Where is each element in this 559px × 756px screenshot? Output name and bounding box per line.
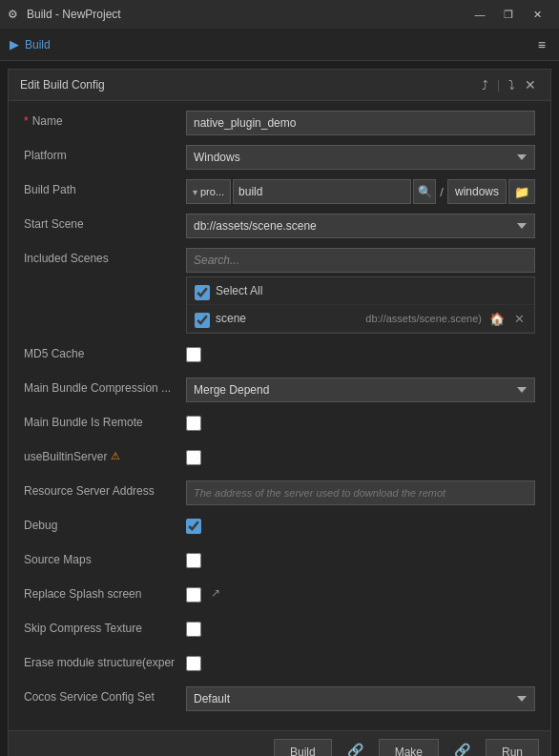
dialog-header-buttons: ⤴ | ⤵ [479, 78, 518, 92]
scene-path: db://assets/scene.scene) [365, 313, 482, 324]
make-link-icon[interactable]: 🔗 [448, 739, 476, 756]
scene-locate-button[interactable]: 🏠 [487, 312, 507, 326]
use-builtin-server-row: useBuiltinServer ⚠ [24, 446, 535, 471]
included-scenes-label: Included Scenes [24, 248, 186, 265]
cocos-service-control: Default [186, 686, 535, 711]
cocos-service-select[interactable]: Default [186, 686, 535, 711]
included-scenes-row: Included Scenes Select All scene db://as… [24, 248, 535, 334]
use-builtin-server-label: useBuiltinServer ⚠ [24, 446, 186, 463]
cocos-service-label: Cocos Service Config Set [24, 686, 186, 704]
main-bundle-compression-row: Main Bundle Compression ... Merge Depend… [24, 378, 535, 402]
dialog-export-button[interactable]: ⤵ [506, 78, 518, 92]
dialog-footer: Build 🔗 Make 🔗 Run [9, 730, 550, 756]
name-row: * Name [24, 111, 535, 135]
main-bundle-remote-row: Main Bundle Is Remote [24, 412, 535, 437]
erase-module-row: Erase module structure(exper [24, 652, 535, 677]
use-builtin-server-control [186, 446, 535, 468]
cocos-service-row: Cocos Service Config Set Default [24, 686, 535, 711]
md5-cache-checkbox[interactable] [186, 347, 201, 362]
resource-server-input[interactable] [186, 480, 535, 505]
dialog-header-sep: | [497, 78, 500, 92]
path-windows-segment: windows [447, 179, 507, 204]
run-button[interactable]: Run [486, 739, 539, 756]
main-bundle-remote-checkbox[interactable] [186, 416, 201, 431]
start-scene-label: Start Scene [24, 214, 186, 231]
replace-splash-label: Replace Splash screen [24, 583, 186, 601]
platform-control: Windows Android iOS Web Desktop Web Mobi… [186, 145, 535, 170]
path-prefix-segment[interactable]: ▾ pro... [186, 179, 231, 204]
select-all-item[interactable]: Select All [187, 277, 534, 305]
main-bundle-compression-label: Main Bundle Compression ... [24, 378, 186, 395]
debug-checkbox[interactable] [186, 519, 201, 534]
scene-remove-button[interactable]: ✕ [512, 312, 527, 326]
scene-item[interactable]: scene db://assets/scene.scene) 🏠 ✕ [187, 305, 534, 333]
name-control [186, 111, 535, 135]
path-folder-button[interactable]: 📁 [508, 179, 535, 204]
main-bundle-compression-select[interactable]: Merge Depend None Merge All Assets [186, 378, 535, 402]
build-path-row: Build Path ▾ pro... 🔍 / windows [24, 179, 535, 204]
title-bar: ⚙ Build - NewProject — ❐ ✕ [0, 0, 559, 29]
platform-select[interactable]: Windows Android iOS Web Desktop Web Mobi… [186, 145, 535, 170]
make-button[interactable]: Make [379, 739, 439, 756]
window-title: Build - NewProject [27, 8, 460, 21]
build-path-input[interactable] [233, 179, 411, 204]
edit-build-config-dialog: Edit Build Config ⤴ | ⤵ ✕ * Name [8, 69, 551, 756]
erase-module-label: Erase module structure(exper [24, 652, 186, 669]
path-separator: / [438, 185, 445, 199]
skip-compress-label: Skip Compress Texture [24, 618, 186, 635]
md5-cache-label: MD5 Cache [24, 343, 186, 360]
main-bundle-remote-label: Main Bundle Is Remote [24, 412, 186, 429]
path-search-button[interactable]: 🔍 [413, 179, 436, 204]
name-label: * Name [24, 111, 186, 128]
splash-external-link-icon[interactable]: ↗ [211, 586, 220, 600]
name-input[interactable] [186, 111, 535, 135]
maximize-button[interactable]: ❐ [494, 0, 523, 29]
select-all-label: Select All [216, 284, 527, 297]
toolbar-menu-button[interactable]: ≡ [534, 37, 549, 52]
skip-compress-row: Skip Compress Texture [24, 618, 535, 643]
app-icon: ⚙ [8, 8, 21, 21]
form-content: * Name Platform Windows Android iOS [9, 101, 550, 730]
toolbar: ▶ Build ≡ [0, 29, 559, 61]
source-maps-control [186, 549, 535, 571]
build-path-control: ▾ pro... 🔍 / windows 📁 [186, 179, 535, 204]
start-scene-row: Start Scene db://assets/scene.scene [24, 214, 535, 238]
dialog-header: Edit Build Config ⤴ | ⤵ ✕ [9, 70, 550, 101]
source-maps-row: Source Maps [24, 549, 535, 574]
included-scenes-control: Select All scene db://assets/scene.scene… [186, 248, 535, 334]
skip-compress-checkbox[interactable] [186, 622, 201, 637]
platform-label: Platform [24, 145, 186, 162]
start-scene-select[interactable]: db://assets/scene.scene [186, 214, 535, 238]
scene-checkbox[interactable] [195, 313, 210, 328]
build-path-label: Build Path [24, 179, 186, 196]
scene-name: scene [216, 312, 356, 325]
main-bundle-remote-control [186, 412, 535, 434]
build-toolbar-icon: ▶ [10, 37, 19, 51]
scenes-search-input[interactable] [186, 248, 535, 273]
debug-label: Debug [24, 515, 186, 532]
replace-splash-control: ↗ [186, 583, 535, 603]
skip-compress-control [186, 618, 535, 640]
md5-cache-control [186, 343, 535, 365]
main-panel: Edit Build Config ⤴ | ⤵ ✕ * Name [0, 61, 559, 756]
minimize-button[interactable]: — [466, 0, 494, 29]
replace-splash-checkbox[interactable] [186, 587, 201, 603]
close-window-button[interactable]: ✕ [523, 0, 551, 29]
select-all-checkbox[interactable] [195, 285, 210, 300]
resource-server-control [186, 480, 535, 505]
resource-server-label: Resource Server Address [24, 480, 186, 498]
use-builtin-server-checkbox[interactable] [186, 450, 201, 465]
main-bundle-compression-control: Merge Depend None Merge All Assets [186, 378, 535, 402]
chevron-icon: ▾ [193, 187, 197, 197]
md5-cache-row: MD5 Cache [24, 343, 535, 368]
dialog-close-button[interactable]: ✕ [522, 77, 539, 92]
debug-control [186, 515, 535, 537]
debug-row: Debug [24, 515, 535, 540]
dialog-title: Edit Build Config [20, 78, 479, 92]
warning-icon: ⚠ [111, 450, 120, 462]
build-button[interactable]: Build [274, 739, 332, 756]
build-link-icon[interactable]: 🔗 [342, 739, 369, 756]
dialog-import-button[interactable]: ⤴ [479, 78, 491, 92]
source-maps-checkbox[interactable] [186, 553, 201, 568]
erase-module-checkbox[interactable] [186, 656, 201, 671]
